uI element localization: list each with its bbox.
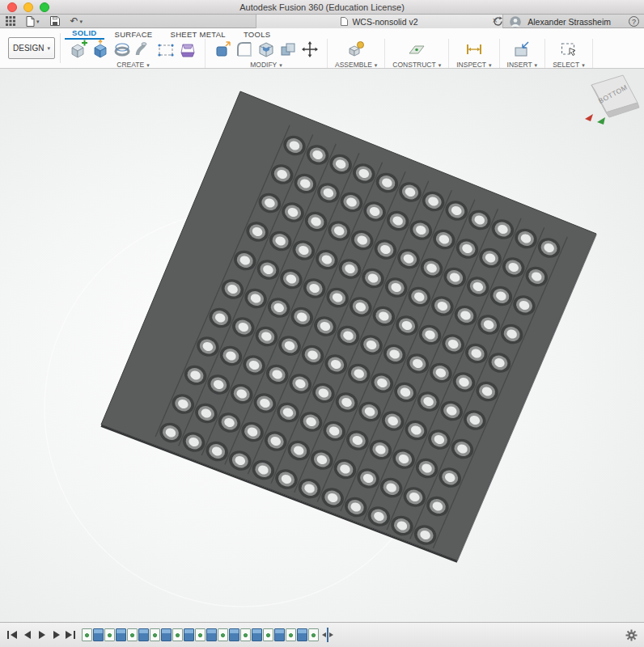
insert-icon (512, 40, 532, 59)
revolve-icon (112, 40, 132, 59)
3d-canvas[interactable]: BOTTOM (0, 69, 644, 622)
press-pull-icon (213, 40, 232, 59)
timeline-feature-extrude[interactable] (229, 628, 239, 641)
sweep-button[interactable] (134, 40, 154, 59)
sweep-icon (134, 40, 154, 59)
insert-button[interactable] (512, 40, 532, 59)
viewcube[interactable]: BOTTOM (585, 75, 639, 125)
window-titlebar: Autodesk Fusion 360 (Education License) (0, 0, 644, 15)
press-pull-button[interactable] (213, 40, 232, 59)
file-menu-button[interactable]: ▾ (26, 15, 40, 28)
group-insert-dropdown[interactable]: INSERT ▾ (507, 61, 538, 69)
shell-icon (256, 40, 276, 59)
select-button[interactable] (559, 40, 578, 59)
app-grid-menu-button[interactable] (6, 15, 15, 28)
group-create-dropdown[interactable]: CREATE ▾ (117, 61, 149, 69)
avatar-icon (510, 16, 521, 27)
skip-to-end-button[interactable] (65, 630, 75, 641)
workspace-switcher-button[interactable]: DESIGN ▾ (8, 37, 55, 59)
move-copy-button[interactable] (300, 40, 320, 59)
timeline-feature-sketch[interactable] (150, 628, 160, 641)
construct-plane-button[interactable] (407, 40, 426, 59)
step-forward-button[interactable] (50, 630, 61, 641)
group-label: SELECT (553, 61, 579, 69)
save-button[interactable] (50, 15, 60, 28)
ribbon-toolbar: DESIGN ▾ SOLID SURFACE SHEET METAL TOOLS (0, 28, 644, 69)
timeline-feature-sketch[interactable] (286, 628, 296, 641)
timeline-feature-sketch[interactable] (195, 628, 205, 641)
app-tabbar: ▾ ↶ ▾ WCS-nonsolid v2 × + (0, 15, 644, 28)
group-label: INSERT (507, 61, 532, 69)
timeline-position-marker[interactable] (321, 627, 334, 643)
timeline-feature-extrude[interactable] (252, 628, 262, 641)
timeline-feature-sketch[interactable] (308, 628, 319, 641)
group-create: CREATE ▾ (61, 39, 205, 68)
chevron-down-icon: ▾ (439, 62, 442, 68)
chevron-down-icon: ▾ (279, 62, 282, 68)
timeline-settings-button[interactable] (625, 629, 644, 641)
help-button[interactable]: ? (629, 16, 639, 27)
job-status-button[interactable] (493, 15, 503, 28)
document-tab-title: WCS-nonsolid v2 (352, 17, 417, 27)
ribbon-separator (60, 33, 61, 63)
chevron-down-icon: ▾ (80, 19, 83, 24)
user-name[interactable]: Alexander Strassheim (527, 17, 611, 27)
chevron-down-icon: ▾ (36, 19, 40, 24)
loft-icon (178, 40, 197, 59)
primitive-box-button[interactable] (156, 40, 176, 59)
new-component-button[interactable] (69, 40, 88, 59)
timeline-feature-sketch[interactable] (263, 628, 273, 641)
fillet-button[interactable] (235, 40, 254, 59)
save-icon (50, 16, 60, 26)
timeline-marker-icon (321, 627, 334, 643)
workspace-label: DESIGN (13, 44, 44, 53)
timeline-feature-extrude[interactable] (274, 628, 285, 641)
tabbar-right-cluster: Alexander Strassheim ? (493, 15, 639, 28)
timeline-feature-extrude[interactable] (138, 628, 149, 641)
sync-icon (493, 16, 503, 27)
user-avatar[interactable] (510, 15, 521, 28)
ribbon-groups: CREATE ▾ (61, 39, 593, 68)
timeline-feature-sketch[interactable] (82, 628, 92, 641)
primitive-box-icon (156, 40, 176, 59)
revolve-button[interactable] (112, 40, 132, 59)
group-construct: CONSTRUCT ▾ (385, 39, 449, 68)
timeline-feature-sketch[interactable] (127, 628, 138, 641)
timeline-features (82, 628, 319, 641)
timeline-feature-sketch[interactable] (218, 628, 228, 641)
extrude-button[interactable] (91, 40, 110, 59)
tab-solid[interactable]: SOLID (65, 27, 104, 40)
group-inspect-dropdown[interactable]: INSPECT ▾ (456, 61, 491, 69)
group-assemble-dropdown[interactable]: ASSEMBLE ▾ (335, 61, 377, 69)
3d-viewport[interactable]: BOTTOM (0, 69, 644, 622)
play-button[interactable] (36, 630, 46, 641)
timeline-feature-sketch[interactable] (104, 628, 115, 641)
timeline-feature-sketch[interactable] (240, 628, 251, 641)
group-label: MODIFY (250, 61, 277, 69)
measure-button[interactable] (464, 40, 484, 59)
timeline-feature-extrude[interactable] (184, 628, 194, 641)
timeline-feature-extrude[interactable] (206, 628, 217, 641)
combine-button[interactable] (278, 40, 298, 59)
undo-button[interactable]: ↶ ▾ (70, 15, 83, 28)
timeline-feature-extrude[interactable] (116, 628, 126, 641)
loft-button[interactable] (178, 40, 197, 59)
timeline-feature-extrude[interactable] (93, 628, 104, 641)
timeline-feature-extrude[interactable] (161, 628, 172, 641)
skip-to-start-button[interactable] (6, 630, 17, 641)
chevron-down-icon: ▾ (146, 62, 150, 68)
group-modify-dropdown[interactable]: MODIFY ▾ (250, 61, 282, 69)
shell-button[interactable] (256, 40, 276, 59)
group-label: CONSTRUCT (392, 61, 435, 69)
quick-access-toolbar: ▾ ↶ ▾ (6, 15, 83, 27)
timeline-feature-sketch[interactable] (172, 628, 183, 641)
group-select-dropdown[interactable]: SELECT ▾ (553, 61, 585, 69)
step-back-button[interactable] (21, 630, 32, 641)
timeline-feature-extrude[interactable] (297, 628, 307, 641)
group-label: CREATE (117, 61, 144, 69)
group-construct-dropdown[interactable]: CONSTRUCT ▾ (392, 61, 441, 69)
assemble-button[interactable] (346, 40, 366, 59)
combine-icon (278, 40, 298, 59)
document-tab[interactable]: WCS-nonsolid v2 × (256, 15, 503, 28)
fillet-icon (235, 40, 254, 59)
